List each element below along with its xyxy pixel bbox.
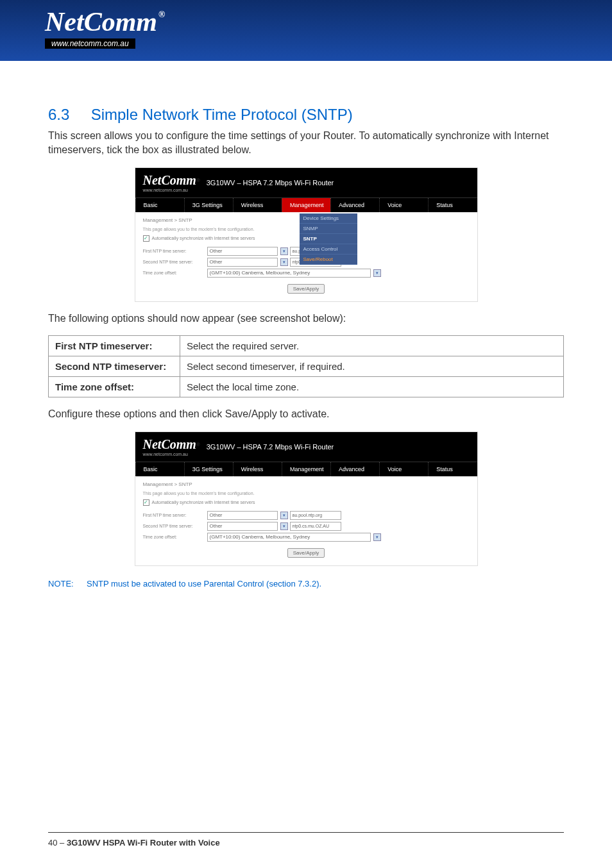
table-row: First NTP timeserver: Select the require…: [49, 336, 564, 356]
first-ntp-custom[interactable]: au.pool.ntp.org: [290, 511, 341, 520]
brand-logo: NetComm ® www.netcomm.com.au: [45, 6, 165, 49]
router-header: NetComm® www.netcomm.com.au 3G10WV – HSP…: [135, 168, 477, 197]
nav-voice[interactable]: Voice: [379, 462, 428, 476]
tz-select[interactable]: (GMT+10:00) Canberra, Melbourne, Sydney: [207, 533, 371, 542]
logo-url: www.netcomm.com.au: [45, 38, 135, 49]
screenshot-1: NetComm® www.netcomm.com.au 3G10WV – HSP…: [135, 167, 478, 302]
dropdown-arrow-icon[interactable]: ▾: [280, 512, 288, 519]
router-logo-url: www.netcomm.com.au: [143, 452, 200, 456]
breadcrumb: Management > SNTP: [143, 481, 470, 487]
note: NOTE: SNTP must be activated to use Pare…: [48, 579, 564, 588]
nav-advanced[interactable]: Advanced: [330, 462, 379, 476]
page-banner: NetComm ® www.netcomm.com.au: [0, 0, 612, 61]
dropdown-arrow-icon[interactable]: ▾: [280, 522, 288, 530]
nav-management[interactable]: Management: [282, 198, 330, 212]
registered-icon: ®: [196, 442, 200, 447]
row-label: Second NTP timeserver:: [49, 356, 180, 377]
section-heading: 6.3 Simple Network Time Protocol (SNTP): [48, 106, 564, 124]
router-model: 3G10WV – HSPA 7.2 Mbps Wi-Fi Router: [207, 179, 334, 187]
row-value: Select the local time zone.: [180, 377, 564, 397]
nav-status[interactable]: Status: [428, 462, 477, 476]
note-text: SNTP must be activated to use Parental C…: [87, 579, 321, 588]
footer-product: 3G10WV HSPA Wi-Fi Router with Voice: [67, 838, 220, 847]
nav-basic[interactable]: Basic: [135, 462, 184, 476]
dropdown-arrow-icon[interactable]: ▾: [280, 258, 288, 266]
first-ntp-label: First NTP time server:: [143, 513, 207, 517]
save-apply-button[interactable]: Save/Apply: [287, 284, 325, 294]
dropdown-arrow-icon[interactable]: ▾: [280, 247, 288, 255]
dropdown-arrow-icon[interactable]: ▾: [373, 533, 381, 541]
tz-label: Time zone offset:: [143, 535, 207, 539]
dropdown-save-reboot[interactable]: Save/Reboot: [300, 255, 357, 265]
router-body: Management > SNTP This page allows you t…: [135, 476, 477, 565]
first-ntp-label: First NTP time server:: [143, 249, 207, 253]
router-logo-url: www.netcomm.com.au: [143, 188, 200, 192]
router-logo: NetComm: [143, 173, 196, 187]
nav-wireless[interactable]: Wireless: [233, 462, 282, 476]
dropdown-snmp[interactable]: SNMP: [300, 224, 357, 234]
table-row: Second NTP timeserver: Select second tim…: [49, 356, 564, 377]
first-ntp-select[interactable]: Other: [207, 511, 278, 520]
auto-sync-checkbox[interactable]: ✓: [143, 499, 149, 506]
logo-text: NetComm: [45, 6, 157, 37]
router-logo: NetComm: [143, 437, 196, 451]
dropdown-access-control[interactable]: Access Control: [300, 244, 357, 255]
auto-sync-label: Automatically synchronize with Internet …: [152, 236, 255, 240]
dropdown-device-settings[interactable]: Device Settings: [300, 213, 357, 224]
nav-3g-settings[interactable]: 3G Settings: [184, 198, 233, 212]
row-label: First NTP timeserver:: [49, 336, 180, 356]
nav-management[interactable]: Management: [282, 462, 330, 476]
registered-icon: ®: [196, 178, 200, 183]
auto-sync-checkbox[interactable]: ✓: [143, 235, 149, 242]
screenshot-2: NetComm® www.netcomm.com.au 3G10WV – HSP…: [135, 431, 478, 566]
second-ntp-label: Second NTP time server:: [143, 260, 207, 264]
save-apply-button[interactable]: Save/Apply: [287, 548, 325, 558]
tz-label: Time zone offset:: [143, 271, 207, 275]
router-model: 3G10WV – HSPA 7.2 Mbps Wi-Fi Router: [207, 443, 334, 451]
nav-status[interactable]: Status: [428, 198, 477, 212]
nav-basic[interactable]: Basic: [135, 198, 184, 212]
second-ntp-select[interactable]: Other: [207, 258, 278, 267]
second-ntp-label: Second NTP time server:: [143, 524, 207, 528]
second-ntp-custom[interactable]: ntp0.cs.mu.OZ.AU: [290, 522, 341, 531]
nav-3g-settings[interactable]: 3G Settings: [184, 462, 233, 476]
nav-advanced[interactable]: Advanced: [330, 198, 379, 212]
nav-wireless[interactable]: Wireless: [233, 198, 282, 212]
section-title-text: Simple Network Time Protocol (SNTP): [91, 106, 353, 123]
nav-voice[interactable]: Voice: [379, 198, 428, 212]
router-header: NetComm® www.netcomm.com.au 3G10WV – HSP…: [135, 432, 477, 462]
router-nav: Basic 3G Settings Wireless Management Ad…: [135, 462, 477, 476]
options-table: First NTP timeserver: Select the require…: [48, 335, 564, 397]
second-ntp-select[interactable]: Other: [207, 522, 278, 531]
intro-paragraph: This screen allows you to configure the …: [48, 129, 564, 158]
configure-text: Configure these options and then click S…: [48, 407, 564, 421]
registered-icon: ®: [158, 10, 165, 20]
management-dropdown: Device Settings SNMP SNTP Access Control…: [300, 213, 357, 265]
section-number: 6.3: [48, 106, 87, 124]
auto-sync-label: Automatically synchronize with Internet …: [152, 500, 255, 505]
table-row: Time zone offset: Select the local time …: [49, 377, 564, 397]
page-footer: 40 – 3G10WV HSPA Wi-Fi Router with Voice: [48, 832, 564, 847]
router-nav: Basic 3G Settings Wireless Management Ad…: [135, 197, 477, 212]
footer-page: 40 –: [48, 838, 67, 847]
dropdown-sntp[interactable]: SNTP: [300, 234, 357, 244]
row-label: Time zone offset:: [49, 377, 180, 397]
tz-select[interactable]: (GMT+10:00) Canberra, Melbourne, Sydney: [207, 269, 371, 278]
note-label: NOTE:: [48, 579, 87, 588]
dropdown-arrow-icon[interactable]: ▾: [373, 269, 381, 277]
first-ntp-select[interactable]: Other: [207, 247, 278, 256]
page-description: This page allows you to the modem's time…: [143, 491, 470, 496]
row-value: Select the required server.: [180, 336, 564, 356]
row-value: Select second timeserver, if required.: [180, 356, 564, 377]
mid-text: The following options should now appear …: [48, 312, 564, 326]
